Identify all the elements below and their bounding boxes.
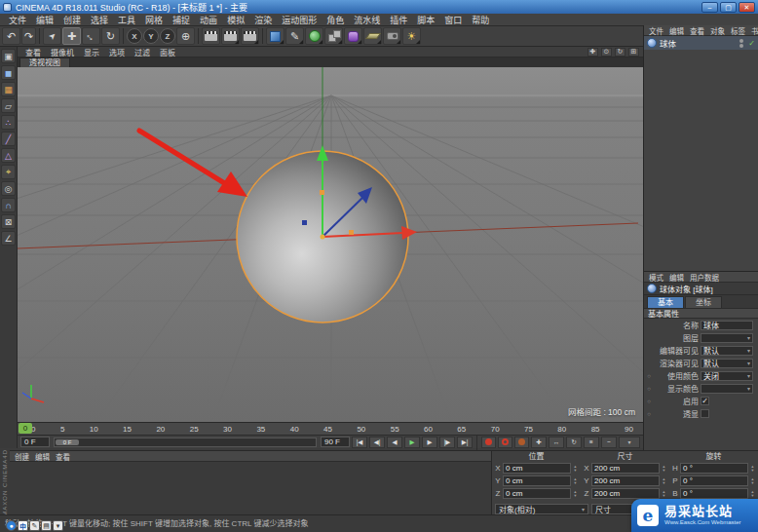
viewport-menu-display[interactable]: 显示 — [80, 47, 103, 57]
edges-mode-button[interactable]: ╱ — [1, 132, 16, 146]
spinner-icon[interactable]: ▴▾ — [749, 477, 756, 485]
menu-select[interactable]: 选择 — [86, 14, 113, 26]
timeline-ruler[interactable]: 0 5 10 15 20 25 30 35 40 45 50 55 60 65 … — [18, 422, 643, 435]
workplane-lock-button[interactable]: ⊠ — [1, 214, 16, 229]
record-rotation-toggle[interactable]: ↻ — [566, 437, 582, 448]
view-pan-icon[interactable]: ✚ — [587, 48, 598, 57]
om-menu-bookmarks[interactable]: 书签 — [748, 25, 758, 36]
frame-slider[interactable]: 0 F — [54, 437, 317, 447]
gizmo-center[interactable] — [321, 235, 325, 240]
viewport-menu-panel[interactable]: 面板 — [156, 47, 179, 57]
keyframe-dot-icon[interactable]: ○ — [646, 411, 652, 417]
snap-button[interactable]: ∩ — [1, 198, 16, 212]
menu-render[interactable]: 渲染 — [249, 14, 277, 26]
menu-mograph[interactable]: 运动图形 — [277, 14, 322, 26]
goto-start-button[interactable]: |◀ — [352, 437, 367, 448]
lock-y-axis-button[interactable]: Y — [143, 28, 159, 44]
view-zoom-icon[interactable]: ⊙ — [601, 48, 612, 57]
spinner-icon[interactable]: ▴▾ — [661, 490, 667, 498]
ime-logo-icon[interactable]: ● — [6, 520, 17, 531]
quantize-button[interactable]: ∠ — [1, 231, 16, 246]
record-parameter-toggle[interactable]: ≡ — [584, 437, 599, 448]
spline-pen-button[interactable]: ✎ — [285, 27, 304, 45]
workplane-mode-button[interactable]: ▱ — [1, 98, 16, 113]
menu-plugins[interactable]: 插件 — [385, 14, 412, 26]
view-rotate-icon[interactable]: ↻ — [615, 48, 625, 57]
om-menu-file[interactable]: 文件 — [646, 25, 666, 36]
position-x-input[interactable]: 0 cm — [503, 463, 571, 474]
render-settings-button[interactable] — [241, 27, 259, 45]
enabled-checkbox[interactable]: ✓ — [701, 397, 709, 405]
rotation-h-input[interactable]: 0 ° — [680, 463, 748, 474]
spinner-icon[interactable]: ▴▾ — [572, 477, 579, 485]
deformers-button[interactable] — [344, 27, 362, 45]
frame-slider-handle[interactable]: 0 F — [56, 439, 79, 445]
keyframe-dot-icon[interactable]: ○ — [646, 399, 652, 404]
am-menu-edit[interactable]: 编辑 — [666, 272, 687, 283]
layer-dropdown[interactable]: ▾ — [701, 333, 753, 343]
display-color-swatch[interactable]: ▾ — [701, 384, 753, 394]
viewport-solo-button[interactable]: ◎ — [1, 181, 16, 196]
size-y-input[interactable]: 200 cm — [591, 475, 660, 486]
size-z-input[interactable]: 200 cm — [591, 488, 660, 499]
redo-button[interactable]: ↷ — [21, 27, 36, 45]
rotation-p-input[interactable]: 0 ° — [680, 475, 748, 486]
keying-preset-dropdown[interactable]: ▾ — [619, 437, 640, 448]
menu-edit[interactable]: 编辑 — [31, 14, 58, 26]
render-view-button[interactable] — [202, 27, 220, 45]
menu-create[interactable]: 创建 — [58, 14, 86, 26]
close-button[interactable]: ✕ — [739, 2, 755, 13]
texture-mode-button[interactable]: ▦ — [1, 82, 16, 96]
points-mode-button[interactable]: ∴ — [1, 115, 16, 130]
rotation-b-input[interactable]: 0 ° — [680, 488, 748, 499]
om-menu-edit[interactable]: 编辑 — [666, 25, 687, 36]
record-position-toggle[interactable]: ✚ — [531, 437, 547, 448]
menu-simulate[interactable]: 模拟 — [222, 14, 249, 26]
keyframe-dot-icon[interactable]: ○ — [646, 386, 652, 392]
previous-key-button[interactable]: ◀| — [369, 437, 385, 448]
spinner-icon[interactable]: ▴▾ — [661, 465, 667, 473]
object-name[interactable]: 球体 — [660, 37, 676, 49]
om-menu-objects[interactable]: 对象 — [707, 25, 728, 36]
om-menu-tags[interactable]: 标签 — [728, 25, 748, 36]
object-enabled-check-icon[interactable]: ✓ — [748, 39, 755, 48]
keyframe-dot-icon[interactable]: ○ — [646, 373, 652, 379]
camera-button[interactable] — [383, 27, 401, 45]
mat-menu-create[interactable]: 创建 — [12, 451, 32, 462]
am-menu-mode[interactable]: 模式 — [646, 272, 666, 283]
coordinate-system-button[interactable]: ⊕ — [176, 27, 195, 45]
previous-frame-button[interactable]: ◀ — [387, 437, 402, 448]
viewport-menu-options[interactable]: 选项 — [105, 47, 129, 57]
environment-button[interactable] — [363, 27, 382, 45]
position-y-input[interactable]: 0 cm — [503, 475, 571, 486]
viewport-menu-view[interactable]: 查看 — [21, 47, 45, 57]
material-list-area[interactable] — [10, 462, 491, 514]
current-frame-marker[interactable]: 0 — [19, 423, 32, 434]
menu-snap[interactable]: 捕捉 — [168, 14, 195, 26]
spinner-icon[interactable]: ▴▾ — [749, 465, 756, 473]
scale-tool-button[interactable]: ↔ — [82, 27, 100, 45]
viewport-3d[interactable]: 网格间距 : 100 cm — [18, 67, 643, 422]
xray-checkbox[interactable] — [701, 409, 709, 418]
end-frame-field[interactable]: 90 F — [321, 437, 350, 447]
record-scale-toggle[interactable]: ↔ — [549, 437, 564, 448]
menu-character[interactable]: 角色 — [322, 14, 349, 26]
use-color-dropdown[interactable]: 关闭▾ — [701, 371, 753, 381]
view-toggle-panes-icon[interactable]: ⊞ — [628, 48, 639, 57]
primitive-cube-button[interactable] — [266, 27, 284, 45]
om-menu-view[interactable]: 查看 — [687, 25, 707, 36]
ime-keyboard-icon[interactable]: ▤ — [41, 520, 52, 531]
menu-pipeline[interactable]: 流水线 — [349, 14, 385, 26]
move-tool-button[interactable]: ✚ — [62, 27, 81, 45]
generators-button[interactable] — [305, 27, 323, 45]
renderer-visibility-dropdown[interactable]: 默认▾ — [701, 359, 753, 368]
record-pla-toggle[interactable]: ~ — [601, 437, 617, 448]
next-key-button[interactable]: |▶ — [439, 437, 455, 448]
position-mode-dropdown[interactable]: 对象(相对) ▾ — [495, 504, 588, 514]
maximize-button[interactable]: ▢ — [720, 2, 737, 13]
menu-animate[interactable]: 动画 — [195, 14, 222, 26]
polygons-mode-button[interactable]: △ — [1, 148, 16, 163]
menu-script[interactable]: 脚本 — [412, 14, 439, 26]
viewport-menu-filter[interactable]: 过滤 — [131, 47, 154, 57]
ime-options-icon[interactable]: ▾ — [53, 520, 63, 531]
